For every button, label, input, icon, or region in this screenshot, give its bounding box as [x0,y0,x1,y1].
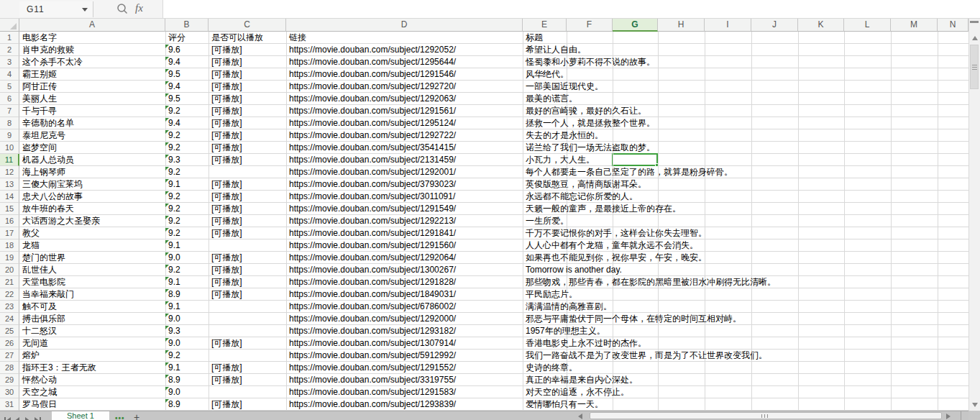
row-header-26[interactable]: 26 [0,337,19,350]
add-sheet-button[interactable]: + [134,411,139,420]
cell-playable[interactable]: [可播放] [209,191,286,203]
vscroll-up-icon[interactable] [972,36,978,40]
row-header-19[interactable]: 19 [0,252,19,264]
cell-movie-name[interactable]: 乱世佳人 [19,264,165,276]
cell-movie-name[interactable]: 美丽人生 [19,93,165,105]
row-header-11[interactable]: 11 [0,154,19,166]
column-header-N[interactable]: N [938,19,968,32]
cell-movie-name[interactable]: 怦然心动 [19,374,165,386]
cell-playable[interactable]: [可播放] [209,374,286,386]
cell-movie-name[interactable]: 无间道 [19,337,165,350]
row-header-21[interactable]: 21 [0,276,19,288]
cell-rating[interactable]: 9.3 [165,154,209,166]
cell-tagline[interactable]: Tomorrow is another day. [523,264,622,276]
cell-link[interactable]: https://movie.douban.com/subject/3793023… [286,178,523,191]
cell-rating[interactable]: 评分 [165,32,209,44]
cell-tagline[interactable]: 一部美国近现代史。 [523,81,603,93]
cell-link[interactable]: https://movie.douban.com/subject/1292052… [286,44,523,56]
column-header-I[interactable]: I [705,19,751,32]
cell-movie-name[interactable]: 天空之城 [19,386,165,398]
magnifier-icon[interactable] [116,3,129,18]
cell-tagline[interactable]: 如果再也不能见到你，祝你早安，午安，晚安。 [523,252,707,264]
cell-playable[interactable]: [可播放] [209,215,286,227]
row-header-25[interactable]: 25 [0,325,19,337]
column-header-B[interactable]: B [165,19,209,32]
cell-link[interactable]: https://movie.douban.com/subject/1849031… [286,288,523,301]
row-header-5[interactable]: 5 [0,81,19,93]
sheet-tab-active[interactable]: Sheet 1 [52,411,109,420]
cell-link[interactable]: https://movie.douban.com/subject/6786002… [286,301,523,313]
row-header-18[interactable]: 18 [0,239,19,252]
cell-rating[interactable]: 9.2 [165,350,209,362]
cell-rating[interactable]: 9.2 [165,203,209,215]
cell-rating[interactable]: 9.4 [165,81,209,93]
cell-rating[interactable]: 9.5 [165,93,209,105]
cell-rating[interactable]: 9.1 [165,362,209,374]
cell-movie-name[interactable]: 电影名字 [19,32,165,44]
cell-rating[interactable]: 9.0 [165,386,209,398]
row-header-7[interactable]: 7 [0,105,19,117]
cell-rating[interactable]: 9.1 [165,178,209,191]
row-header-17[interactable]: 17 [0,227,19,239]
cell-link[interactable]: https://movie.douban.com/subject/1291552… [286,362,523,374]
nav-next-sheet-icon[interactable] [24,414,32,420]
row-header-20[interactable]: 20 [0,264,19,276]
sheet-tabs-more-icon[interactable]: ••• [115,414,125,420]
row-header-2[interactable]: 2 [0,44,19,56]
row-header-9[interactable]: 9 [0,129,19,142]
cell-tagline[interactable]: 希望让人自由。 [523,44,586,56]
cell-link[interactable]: https://movie.douban.com/subject/1293839… [286,398,523,411]
cell-playable[interactable]: [可播放] [209,81,286,93]
cell-rating[interactable]: 9.0 [165,313,209,325]
nav-prev-sheet-icon[interactable] [14,414,22,420]
cell-link[interactable]: https://movie.douban.com/subject/1300267… [286,264,523,276]
vscroll-thumb[interactable] [970,45,979,89]
cell-rating[interactable]: 9.6 [165,44,209,56]
cell-movie-name[interactable]: 盗梦空间 [19,142,165,154]
hscroll-thumb[interactable] [590,412,942,419]
cell-tagline[interactable]: 香港电影史上永不过时的杰作。 [523,337,646,350]
cell-link[interactable]: https://movie.douban.com/subject/1291549… [286,203,523,215]
cell-link[interactable]: https://movie.douban.com/subject/1292064… [286,252,523,264]
cell-tagline[interactable]: 邪恶与平庸蛰伏于同一个母体，在特定的时间互相对峙。 [523,313,741,325]
cell-tagline[interactable]: 平民励志片。 [523,288,577,301]
cell-tagline[interactable]: 天籁一般的童声，是最接近上帝的存在。 [523,203,681,215]
cell-rating[interactable]: 9.4 [165,56,209,68]
split-handle[interactable] [970,21,979,23]
cell-movie-name[interactable]: 当幸福来敲门 [19,288,165,301]
column-header-A[interactable]: A [19,19,165,32]
cell-movie-name[interactable]: 肖申克的救赎 [19,44,165,56]
cell-playable[interactable]: [可播放] [209,276,286,288]
cell-rating[interactable]: 8.9 [165,398,209,411]
cell-link[interactable]: https://movie.douban.com/subject/1292720… [286,81,523,93]
cell-rating[interactable]: 9.0 [165,252,209,264]
cell-movie-name[interactable]: 楚门的世界 [19,252,165,264]
row-header-15[interactable]: 15 [0,203,19,215]
row-header-10[interactable]: 10 [0,142,19,154]
cell-link[interactable]: https://movie.douban.com/subject/3011091… [286,191,523,203]
cell-movie-name[interactable]: 霸王别姬 [19,68,165,81]
column-header-J[interactable]: J [751,19,798,32]
row-header-29[interactable]: 29 [0,374,19,386]
cell-movie-name[interactable]: 机器人总动员 [19,154,165,166]
column-header-F[interactable]: F [567,19,613,32]
cell-tagline[interactable]: 对天空的追逐，永不停止。 [523,386,629,398]
cell-rating[interactable]: 9.0 [165,337,209,350]
cell-tagline[interactable]: 真正的幸福是来自内心深处。 [523,374,638,386]
formula-input[interactable] [162,0,980,18]
cell-playable[interactable]: [可播放] [209,117,286,129]
cell-tagline[interactable]: 最美的谎言。 [523,93,577,105]
fx-icon[interactable]: fx [135,2,143,14]
column-header-M[interactable]: M [891,19,938,32]
nav-last-sheet-icon[interactable] [35,414,42,420]
hscroll-right-icon[interactable] [946,414,951,419]
cell-movie-name[interactable]: 罗马假日 [19,398,165,411]
cell-tagline[interactable]: 那些吻戏，那些青春，都在影院的黑暗里被泪水冲刷得无比清晰。 [523,276,776,288]
cell-link[interactable]: https://movie.douban.com/subject/1295644… [286,56,523,68]
row-header-28[interactable]: 28 [0,362,19,374]
select-all-corner[interactable] [0,19,19,32]
cell-movie-name[interactable]: 熔炉 [19,350,165,362]
cell-tagline[interactable]: 我们一路奋战不是为了改变世界，而是为了不让世界改变我们。 [523,350,767,362]
row-header-14[interactable]: 14 [0,191,19,203]
cell-playable[interactable]: [可播放] [209,203,286,215]
